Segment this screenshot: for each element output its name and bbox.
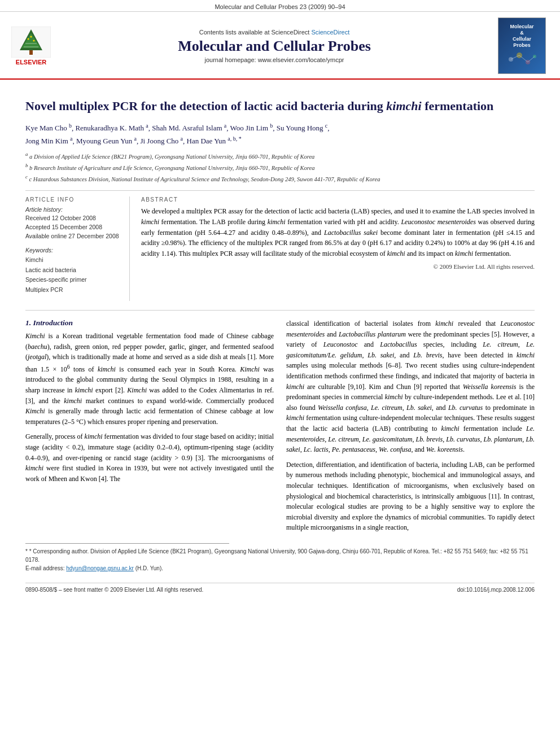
- abstract-text: We developed a multiplex PCR assay for t…: [141, 206, 535, 259]
- journal-cover-image: Molecular&CellularProbes: [498, 18, 546, 74]
- section-divider: [25, 190, 535, 191]
- email-link[interactable]: hdyun@nongae.gsnu.ac.kr: [66, 565, 134, 571]
- svg-point-7: [33, 40, 35, 41]
- elsevier-text: ELSEVIER: [16, 59, 46, 65]
- abstract-label: ABSTRACT: [141, 196, 535, 203]
- elsevier-logo: ELSEVIER: [11, 27, 51, 65]
- keyword-2: Lactic acid bacteria: [25, 265, 121, 276]
- elsevier-logo-icon: [11, 27, 51, 58]
- journal-title: Molecular and Cellular Probes: [51, 38, 498, 55]
- intro-text-left: Kimchi is a Korean traditional vegetable…: [25, 331, 274, 484]
- history-label: Article history:: [25, 206, 121, 213]
- info-abstract-section: ARTICLE INFO Article history: Received 1…: [25, 196, 535, 301]
- affiliation-c: c c Hazardous Substances Division, Natio…: [25, 173, 535, 184]
- body-col-left: 1. Introduction Kimchi is a Korean tradi…: [25, 318, 274, 538]
- article-info-label: ARTICLE INFO: [25, 196, 121, 203]
- affiliation-a: a a Division of Applied Life Science (BK…: [25, 151, 535, 161]
- keyword-1: Kimchi: [25, 255, 121, 265]
- keyword-4: Multiplex PCR: [25, 285, 121, 295]
- footer-doi: doi:10.1016/j.mcp.2008.12.006: [457, 587, 535, 593]
- keywords-label: Keywords:: [25, 247, 121, 254]
- cover-decoration: [505, 51, 539, 68]
- affiliation-b: b b Research Institute of Agriculture an…: [25, 162, 535, 172]
- received-date: Received 12 October 2008: [25, 214, 121, 223]
- email-label: E-mail address:: [25, 565, 64, 571]
- header-left: ELSEVIER: [11, 27, 51, 65]
- sciencedirect-link[interactable]: ScienceDirect: [311, 29, 349, 36]
- main-content: Novel multiplex PCR for the detection of…: [0, 80, 560, 604]
- page: Molecular and Cellular Probes 23 (2009) …: [0, 0, 560, 747]
- svg-line-15: [528, 56, 535, 62]
- authors: Kye Man Cho b, Renukaradhya K. Math a, S…: [25, 121, 535, 147]
- article-title: Novel multiplex PCR for the detection of…: [25, 98, 535, 115]
- keywords-block: Keywords: Kimchi Lactic acid bacteria Sp…: [25, 247, 121, 295]
- body-col-right: classical identification of bacterial is…: [286, 318, 535, 538]
- abstract-col: ABSTRACT We developed a multiplex PCR as…: [141, 196, 535, 301]
- sciencedirect-bar: Contents lists available at ScienceDirec…: [51, 29, 498, 36]
- header-right: Molecular&CellularProbes: [498, 18, 549, 74]
- copyright: © 2009 Elsevier Ltd. All rights reserved…: [141, 263, 535, 270]
- intro-text-right: classical identification of bacterial is…: [286, 318, 535, 533]
- article-history: Article history: Received 12 October 200…: [25, 206, 121, 241]
- keywords-list: Kimchi Lactic acid bacteria Species-spec…: [25, 255, 121, 295]
- keyword-3: Species-specific primer: [25, 275, 121, 285]
- available-date: Available online 27 December 2008: [25, 232, 121, 241]
- svg-point-8: [30, 36, 32, 37]
- footer-issn: 0890-8508/$ – see front matter © 2009 El…: [25, 587, 203, 593]
- body-divider: [25, 310, 535, 311]
- footnote-divider: [25, 543, 229, 544]
- citation-bar: Molecular and Cellular Probes 23 (2009) …: [0, 0, 560, 12]
- footnote: * * Corresponding author. Division of Ap…: [25, 547, 535, 573]
- body-two-col: 1. Introduction Kimchi is a Korean tradi…: [25, 318, 535, 538]
- page-footer: 0890-8508/$ – see front matter © 2009 El…: [25, 583, 535, 593]
- citation-text: Molecular and Cellular Probes 23 (2009) …: [215, 3, 345, 10]
- svg-line-14: [519, 55, 528, 62]
- svg-point-6: [28, 38, 29, 40]
- affiliations: a a Division of Applied Life Science (BK…: [25, 151, 535, 184]
- article-info-col: ARTICLE INFO Article history: Received 1…: [25, 196, 130, 301]
- journal-homepage: journal homepage: www.elsevier.com/locat…: [51, 56, 498, 63]
- journal-header: ELSEVIER Contents lists available at Sci…: [0, 12, 560, 80]
- header-center: Contents lists available at ScienceDirec…: [51, 29, 498, 63]
- sciencedirect-label: Contents lists available at ScienceDirec…: [199, 29, 310, 36]
- accepted-date: Accepted 15 December 2008: [25, 223, 121, 232]
- introduction-heading: 1. Introduction: [25, 318, 274, 327]
